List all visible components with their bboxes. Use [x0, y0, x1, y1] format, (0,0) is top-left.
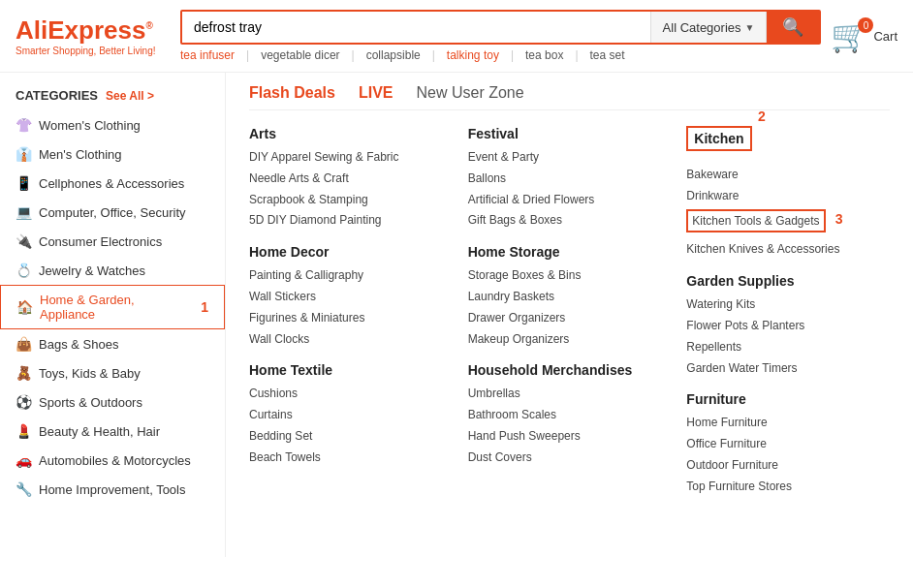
mens-clothing-icon: 👔	[16, 146, 31, 162]
category-col-1: Arts DIY Apparel Sewing & Fabric Needle …	[249, 126, 453, 511]
suggestion-4[interactable]: talking toy	[447, 48, 499, 62]
cat-item-ballons[interactable]: Ballons	[468, 170, 672, 187]
sidebar-label: Consumer Electronics	[39, 234, 162, 249]
suggestion-1[interactable]: tea infuser	[180, 48, 235, 62]
sidebar-item-bags[interactable]: 👜 Bags & Shoes	[0, 329, 225, 358]
cat-item-garden-water-timers[interactable]: Garden Water Timers	[686, 360, 890, 377]
cat-item-repellents[interactable]: Repellents	[686, 339, 890, 356]
sidebar-item-cellphones[interactable]: 📱 Cellphones & Accessories	[0, 169, 225, 198]
cat-item-wall-clocks[interactable]: Wall Clocks	[249, 331, 453, 348]
chevron-down-icon: ▼	[745, 22, 755, 33]
cat-item-painting[interactable]: Painting & Calligraphy	[249, 267, 453, 284]
cat-item-kitchen-gadgets[interactable]: Kitchen Tools & Gadgets	[686, 209, 825, 233]
new-user-link[interactable]: New User Zone	[417, 84, 524, 102]
cat-item-cushions[interactable]: Cushions	[249, 386, 453, 402]
suggestion-2[interactable]: vegetable dicer	[261, 48, 339, 62]
cat-item-bakeware[interactable]: Bakeware	[686, 167, 890, 183]
sidebar-item-automobiles[interactable]: 🚗 Automobiles & Motorcycles	[0, 446, 225, 475]
sidebar-label: Bags & Shoes	[39, 337, 118, 352]
sidebar-item-home-improvement[interactable]: 🔧 Home Improvement, Tools	[0, 475, 225, 504]
suggestion-6[interactable]: tea set	[590, 48, 625, 62]
bags-icon: 👜	[16, 336, 31, 352]
cat-item-watering-kits[interactable]: Watering Kits	[686, 296, 890, 313]
cat-item-dust-covers[interactable]: Dust Covers	[468, 449, 672, 466]
logo: AliExpress®	[16, 15, 171, 46]
top-nav: Flash Deals LIVE New User Zone	[249, 84, 890, 110]
computer-icon: 💻	[16, 204, 31, 220]
cat-item-makeup-organizers[interactable]: Makeup Organizers	[468, 331, 672, 348]
cat-item-beach-towels[interactable]: Beach Towels	[249, 449, 453, 466]
arts-section: Arts DIY Apparel Sewing & Fabric Needle …	[249, 126, 453, 229]
sidebar-item-beauty[interactable]: 💄 Beauty & Health, Hair	[0, 417, 225, 446]
sidebar-item-sports[interactable]: ⚽ Sports & Outdoors	[0, 387, 225, 417]
sidebar-label: Men's Clothing	[39, 147, 122, 162]
sidebar-item-home-garden[interactable]: 🏠 Home & Garden, Appliance 1	[0, 285, 225, 329]
annotation-2: 2	[758, 108, 766, 124]
sidebar-item-jewelry[interactable]: 💍 Jewelry & Watches	[0, 256, 225, 285]
category-col-3: Kitchen 2 Bakeware Drinkware Kitchen Too…	[686, 126, 890, 511]
sidebar-item-mens-clothing[interactable]: 👔 Men's Clothing	[0, 139, 225, 169]
cat-item-storage-boxes[interactable]: Storage Boxes & Bins	[468, 267, 672, 284]
kitchen-section: Kitchen 2 Bakeware Drinkware Kitchen Too…	[686, 126, 890, 258]
categories-title: CATEGORIES	[16, 88, 98, 103]
automobiles-icon: 🚗	[16, 452, 31, 468]
sidebar-label: Sports & Outdoors	[39, 395, 142, 410]
search-input[interactable]	[182, 12, 650, 43]
sidebar-label: Jewelry & Watches	[39, 263, 145, 278]
cat-item-flower-pots[interactable]: Flower Pots & Planters	[686, 318, 890, 334]
cat-item-needle-arts[interactable]: Needle Arts & Craft	[249, 170, 453, 187]
cat-item-curtains[interactable]: Curtains	[249, 407, 453, 423]
cat-item-diy-apparel[interactable]: DIY Apparel Sewing & Fabric	[249, 149, 453, 166]
cat-item-event-party[interactable]: Event & Party	[468, 149, 672, 166]
logo-tagline: Smarter Shopping, Better Living!	[16, 46, 171, 56]
home-decor-title: Home Decor	[249, 244, 453, 260]
cat-item-drawer-organizers[interactable]: Drawer Organizers	[468, 310, 672, 326]
cat-item-hand-push-sweepers[interactable]: Hand Push Sweepers	[468, 428, 672, 445]
search-bar: All Categories ▼ 🔍	[180, 10, 821, 45]
cat-item-wall-stickers[interactable]: Wall Stickers	[249, 289, 453, 305]
cat-item-office-furniture[interactable]: Office Furniture	[686, 436, 890, 452]
cat-item-outdoor-furniture[interactable]: Outdoor Furniture	[686, 457, 890, 474]
arts-title: Arts	[249, 126, 453, 141]
cart-button[interactable]: 🛒 0 Cart	[831, 17, 897, 54]
cat-item-bedding[interactable]: Bedding Set	[249, 428, 453, 445]
jewelry-icon: 💍	[16, 263, 31, 278]
sidebar-label: Women's Clothing	[39, 118, 141, 133]
furniture-title: Furniture	[686, 391, 890, 407]
cart-label: Cart	[873, 29, 897, 44]
search-area: All Categories ▼ 🔍 tea infuser | vegetab…	[180, 10, 821, 62]
cat-item-top-furniture-stores[interactable]: Top Furniture Stores	[686, 479, 890, 495]
festival-title: Festival	[468, 126, 672, 141]
cat-item-kitchen-knives[interactable]: Kitchen Knives & Accessories	[686, 241, 890, 258]
content-area: Flash Deals LIVE New User Zone Arts DIY …	[226, 73, 913, 557]
see-all-link[interactable]: See All >	[106, 89, 154, 103]
sidebar-item-toys[interactable]: 🧸 Toys, Kids & Baby	[0, 358, 225, 387]
electronics-icon: 🔌	[16, 233, 31, 249]
cat-item-5d-diamond[interactable]: 5D DIY Diamond Painting	[249, 212, 453, 229]
flash-deals-link[interactable]: Flash Deals	[249, 84, 335, 102]
search-button[interactable]: 🔍	[767, 12, 819, 43]
cat-item-bathroom-scales[interactable]: Bathroom Scales	[468, 407, 672, 423]
cat-item-artificial-flowers[interactable]: Artificial & Dried Flowers	[468, 192, 672, 208]
kitchen-title: Kitchen	[686, 126, 751, 151]
sidebar-item-computer[interactable]: 💻 Computer, Office, Security	[0, 198, 225, 227]
cat-item-gift-bags[interactable]: Gift Bags & Boxes	[468, 212, 672, 229]
toys-icon: 🧸	[16, 365, 31, 381]
home-decor-section: Home Decor Painting & Calligraphy Wall S…	[249, 244, 453, 347]
cellphones-icon: 📱	[16, 175, 31, 191]
suggestion-5[interactable]: tea box	[525, 48, 563, 62]
live-link[interactable]: LIVE	[359, 84, 394, 102]
cat-item-drinkware[interactable]: Drinkware	[686, 188, 890, 204]
cat-item-home-furniture[interactable]: Home Furniture	[686, 415, 890, 431]
home-textile-section: Home Textile Cushions Curtains Bedding S…	[249, 362, 453, 465]
sidebar: CATEGORIES See All > 👚 Women's Clothing …	[0, 73, 226, 557]
suggestion-3[interactable]: collapsible	[366, 48, 421, 62]
search-category-dropdown[interactable]: All Categories ▼	[650, 12, 768, 43]
sidebar-item-womens-clothing[interactable]: 👚 Women's Clothing	[0, 110, 225, 139]
cat-item-figurines[interactable]: Figurines & Miniatures	[249, 310, 453, 326]
cart-icon: 🛒 0	[831, 17, 869, 54]
cat-item-laundry-baskets[interactable]: Laundry Baskets	[468, 289, 672, 305]
cat-item-scrapbook[interactable]: Scrapbook & Stamping	[249, 192, 453, 208]
sidebar-item-electronics[interactable]: 🔌 Consumer Electronics	[0, 227, 225, 256]
cat-item-umbrellas[interactable]: Umbrellas	[468, 386, 672, 402]
